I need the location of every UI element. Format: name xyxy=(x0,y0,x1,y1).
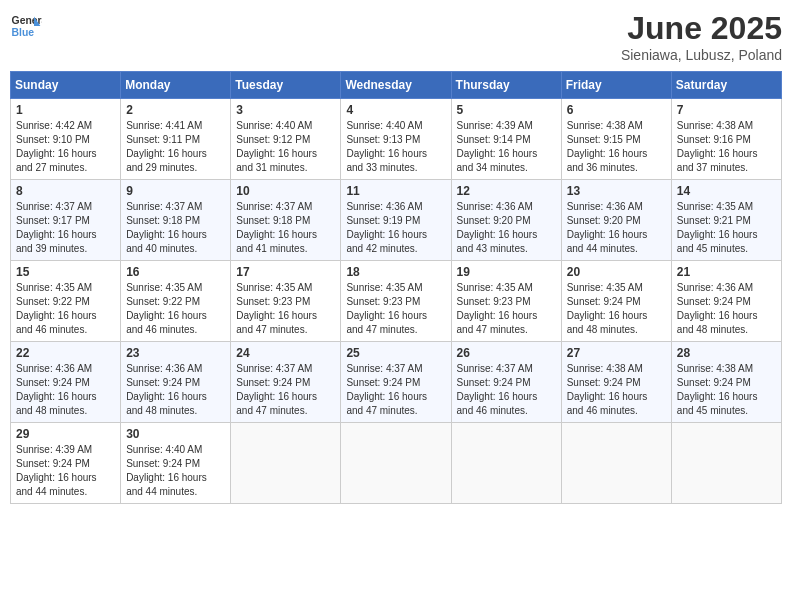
calendar-week-row: 15 Sunrise: 4:35 AM Sunset: 9:22 PM Dayl… xyxy=(11,261,782,342)
daylight-text: Daylight: 16 hours and 48 minutes. xyxy=(677,310,758,335)
month-title: June 2025 xyxy=(621,10,782,47)
header-monday: Monday xyxy=(121,72,231,99)
daylight-text: Daylight: 16 hours and 37 minutes. xyxy=(677,148,758,173)
day-number: 8 xyxy=(16,184,115,198)
day-number: 29 xyxy=(16,427,115,441)
day-info: Sunrise: 4:35 AM Sunset: 9:23 PM Dayligh… xyxy=(346,281,445,337)
sunset-text: Sunset: 9:22 PM xyxy=(16,296,90,307)
daylight-text: Daylight: 16 hours and 44 minutes. xyxy=(567,229,648,254)
daylight-text: Daylight: 16 hours and 29 minutes. xyxy=(126,148,207,173)
header-wednesday: Wednesday xyxy=(341,72,451,99)
sunset-text: Sunset: 9:24 PM xyxy=(16,377,90,388)
daylight-text: Daylight: 16 hours and 36 minutes. xyxy=(567,148,648,173)
sunrise-text: Sunrise: 4:35 AM xyxy=(567,282,643,293)
day-number: 20 xyxy=(567,265,666,279)
header-thursday: Thursday xyxy=(451,72,561,99)
day-number: 4 xyxy=(346,103,445,117)
day-number: 9 xyxy=(126,184,225,198)
sunset-text: Sunset: 9:22 PM xyxy=(126,296,200,307)
sunset-text: Sunset: 9:24 PM xyxy=(677,296,751,307)
day-number: 16 xyxy=(126,265,225,279)
sunset-text: Sunset: 9:15 PM xyxy=(567,134,641,145)
table-row xyxy=(231,423,341,504)
sunrise-text: Sunrise: 4:36 AM xyxy=(126,363,202,374)
table-row: 26 Sunrise: 4:37 AM Sunset: 9:24 PM Dayl… xyxy=(451,342,561,423)
sunrise-text: Sunrise: 4:35 AM xyxy=(677,201,753,212)
day-number: 24 xyxy=(236,346,335,360)
day-info: Sunrise: 4:38 AM Sunset: 9:15 PM Dayligh… xyxy=(567,119,666,175)
table-row: 16 Sunrise: 4:35 AM Sunset: 9:22 PM Dayl… xyxy=(121,261,231,342)
daylight-text: Daylight: 16 hours and 47 minutes. xyxy=(346,391,427,416)
sunrise-text: Sunrise: 4:38 AM xyxy=(567,363,643,374)
sunrise-text: Sunrise: 4:37 AM xyxy=(16,201,92,212)
day-number: 1 xyxy=(16,103,115,117)
table-row: 18 Sunrise: 4:35 AM Sunset: 9:23 PM Dayl… xyxy=(341,261,451,342)
sunset-text: Sunset: 9:24 PM xyxy=(16,458,90,469)
sunrise-text: Sunrise: 4:40 AM xyxy=(126,444,202,455)
table-row: 28 Sunrise: 4:38 AM Sunset: 9:24 PM Dayl… xyxy=(671,342,781,423)
day-info: Sunrise: 4:37 AM Sunset: 9:18 PM Dayligh… xyxy=(126,200,225,256)
day-info: Sunrise: 4:36 AM Sunset: 9:20 PM Dayligh… xyxy=(457,200,556,256)
sunrise-text: Sunrise: 4:40 AM xyxy=(346,120,422,131)
day-number: 28 xyxy=(677,346,776,360)
day-number: 27 xyxy=(567,346,666,360)
sunrise-text: Sunrise: 4:35 AM xyxy=(16,282,92,293)
table-row: 22 Sunrise: 4:36 AM Sunset: 9:24 PM Dayl… xyxy=(11,342,121,423)
table-row: 8 Sunrise: 4:37 AM Sunset: 9:17 PM Dayli… xyxy=(11,180,121,261)
day-number: 13 xyxy=(567,184,666,198)
table-row xyxy=(341,423,451,504)
day-info: Sunrise: 4:37 AM Sunset: 9:24 PM Dayligh… xyxy=(346,362,445,418)
sunrise-text: Sunrise: 4:39 AM xyxy=(457,120,533,131)
day-number: 21 xyxy=(677,265,776,279)
table-row: 17 Sunrise: 4:35 AM Sunset: 9:23 PM Dayl… xyxy=(231,261,341,342)
day-info: Sunrise: 4:39 AM Sunset: 9:24 PM Dayligh… xyxy=(16,443,115,499)
day-info: Sunrise: 4:35 AM Sunset: 9:22 PM Dayligh… xyxy=(126,281,225,337)
table-row: 3 Sunrise: 4:40 AM Sunset: 9:12 PM Dayli… xyxy=(231,99,341,180)
sunrise-text: Sunrise: 4:37 AM xyxy=(126,201,202,212)
logo: General Blue xyxy=(10,10,42,42)
day-info: Sunrise: 4:35 AM Sunset: 9:24 PM Dayligh… xyxy=(567,281,666,337)
day-info: Sunrise: 4:35 AM Sunset: 9:21 PM Dayligh… xyxy=(677,200,776,256)
day-info: Sunrise: 4:38 AM Sunset: 9:24 PM Dayligh… xyxy=(677,362,776,418)
header-friday: Friday xyxy=(561,72,671,99)
table-row: 27 Sunrise: 4:38 AM Sunset: 9:24 PM Dayl… xyxy=(561,342,671,423)
sunset-text: Sunset: 9:23 PM xyxy=(236,296,310,307)
sunrise-text: Sunrise: 4:36 AM xyxy=(567,201,643,212)
table-row: 14 Sunrise: 4:35 AM Sunset: 9:21 PM Dayl… xyxy=(671,180,781,261)
table-row: 1 Sunrise: 4:42 AM Sunset: 9:10 PM Dayli… xyxy=(11,99,121,180)
day-info: Sunrise: 4:35 AM Sunset: 9:23 PM Dayligh… xyxy=(457,281,556,337)
day-info: Sunrise: 4:40 AM Sunset: 9:12 PM Dayligh… xyxy=(236,119,335,175)
day-info: Sunrise: 4:36 AM Sunset: 9:24 PM Dayligh… xyxy=(16,362,115,418)
table-row xyxy=(451,423,561,504)
table-row: 13 Sunrise: 4:36 AM Sunset: 9:20 PM Dayl… xyxy=(561,180,671,261)
daylight-text: Daylight: 16 hours and 31 minutes. xyxy=(236,148,317,173)
daylight-text: Daylight: 16 hours and 47 minutes. xyxy=(236,391,317,416)
sunset-text: Sunset: 9:24 PM xyxy=(126,458,200,469)
sunset-text: Sunset: 9:24 PM xyxy=(346,377,420,388)
calendar-week-row: 8 Sunrise: 4:37 AM Sunset: 9:17 PM Dayli… xyxy=(11,180,782,261)
calendar: Sunday Monday Tuesday Wednesday Thursday… xyxy=(10,71,782,504)
day-number: 25 xyxy=(346,346,445,360)
day-info: Sunrise: 4:37 AM Sunset: 9:17 PM Dayligh… xyxy=(16,200,115,256)
day-info: Sunrise: 4:36 AM Sunset: 9:24 PM Dayligh… xyxy=(126,362,225,418)
day-info: Sunrise: 4:40 AM Sunset: 9:13 PM Dayligh… xyxy=(346,119,445,175)
header-tuesday: Tuesday xyxy=(231,72,341,99)
sunrise-text: Sunrise: 4:38 AM xyxy=(677,363,753,374)
day-number: 15 xyxy=(16,265,115,279)
table-row xyxy=(671,423,781,504)
sunrise-text: Sunrise: 4:42 AM xyxy=(16,120,92,131)
sunset-text: Sunset: 9:21 PM xyxy=(677,215,751,226)
day-info: Sunrise: 4:39 AM Sunset: 9:14 PM Dayligh… xyxy=(457,119,556,175)
header-saturday: Saturday xyxy=(671,72,781,99)
daylight-text: Daylight: 16 hours and 47 minutes. xyxy=(236,310,317,335)
sunrise-text: Sunrise: 4:36 AM xyxy=(677,282,753,293)
sunset-text: Sunset: 9:19 PM xyxy=(346,215,420,226)
sunset-text: Sunset: 9:13 PM xyxy=(346,134,420,145)
table-row: 11 Sunrise: 4:36 AM Sunset: 9:19 PM Dayl… xyxy=(341,180,451,261)
daylight-text: Daylight: 16 hours and 44 minutes. xyxy=(126,472,207,497)
sunset-text: Sunset: 9:17 PM xyxy=(16,215,90,226)
table-row: 15 Sunrise: 4:35 AM Sunset: 9:22 PM Dayl… xyxy=(11,261,121,342)
daylight-text: Daylight: 16 hours and 33 minutes. xyxy=(346,148,427,173)
sunrise-text: Sunrise: 4:35 AM xyxy=(236,282,312,293)
calendar-header-row: Sunday Monday Tuesday Wednesday Thursday… xyxy=(11,72,782,99)
